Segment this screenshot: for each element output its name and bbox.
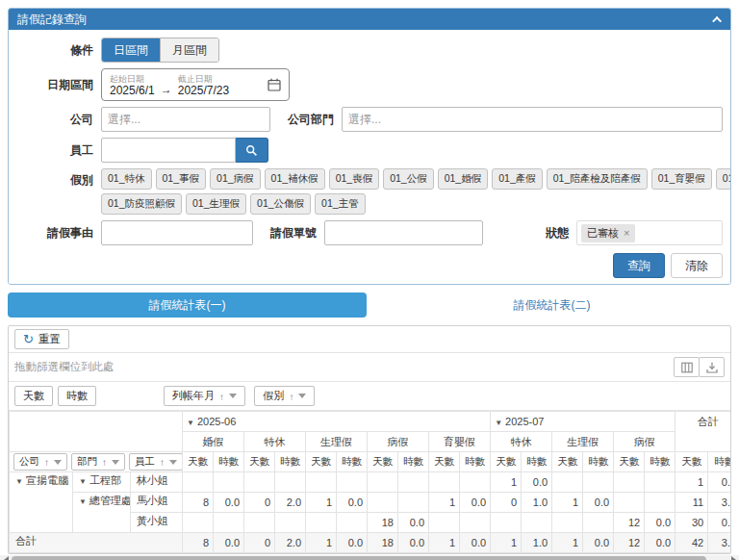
collapse-row-icon[interactable]: [15, 474, 26, 486]
leave-type-button[interactable]: 01_產檢假: [716, 168, 731, 190]
sort-asc-icon[interactable]: [160, 456, 165, 468]
sort-asc-icon[interactable]: [219, 391, 224, 402]
measure-header: 時數: [522, 452, 552, 472]
query-panel-header[interactable]: 請假記錄查詢: [9, 9, 730, 30]
remove-tag-icon[interactable]: ×: [624, 228, 629, 239]
interval-month-button[interactable]: 月區間: [160, 38, 218, 62]
interval-day-button[interactable]: 日區間: [102, 38, 160, 62]
clear-button[interactable]: 清除: [671, 253, 723, 278]
leave-type-button[interactable]: 01_婚假: [438, 168, 489, 190]
sort-asc-icon[interactable]: [44, 456, 49, 468]
department-name: 工程部: [89, 474, 121, 486]
leave-type-button[interactable]: 01_防疫照顧假: [101, 193, 182, 215]
pivot-cell: [583, 472, 614, 493]
pivot-cell: [306, 472, 337, 493]
measure-header: 時數: [214, 452, 244, 472]
scroll-right-arrow-icon[interactable]: [727, 555, 739, 560]
sort-asc-icon[interactable]: [289, 391, 293, 402]
pivot-cell: 1: [491, 472, 522, 493]
leave-type-button[interactable]: 01_育嬰假: [651, 168, 712, 190]
collapse-chevron-icon[interactable]: [712, 15, 722, 25]
condition-label: 條件: [16, 42, 93, 59]
leave-type-button[interactable]: 01_產假: [492, 168, 543, 190]
pivot-cell: 12: [614, 513, 645, 533]
query-panel-body: 條件 日區間 月區間 日期區間 起始日期 2025/6/1 → 截止日期 20: [9, 30, 730, 284]
row-field-chip-employee[interactable]: 員工: [129, 453, 183, 471]
filter-icon[interactable]: [298, 394, 306, 398]
horizontal-scrollbar[interactable]: [0, 555, 739, 560]
tab-statistics-1[interactable]: 請假統計表(一): [8, 293, 367, 318]
date-range-picker[interactable]: 起始日期 2025/6/1 → 截止日期 2025/7/23: [101, 68, 290, 101]
export-button[interactable]: [699, 357, 725, 377]
tab-statistics-2[interactable]: 請假統計表(二): [372, 293, 731, 318]
filter-icon[interactable]: [169, 460, 177, 465]
query-button[interactable]: 查詢: [613, 253, 665, 278]
scroll-left-arrow-icon[interactable]: [0, 555, 12, 560]
leave-type-button[interactable]: 01_喪假: [329, 168, 380, 190]
leave-type-button[interactable]: 01_公傷假: [250, 193, 311, 215]
row-field-chip-department[interactable]: 部門: [71, 453, 125, 471]
company-select[interactable]: [101, 107, 270, 132]
column-group-header[interactable]: 2025-06: [183, 412, 491, 432]
scrollbar-thumb[interactable]: [12, 556, 706, 560]
leave-type-button[interactable]: 01_生理假: [186, 193, 246, 215]
leave-type-button[interactable]: 01_事假: [156, 168, 207, 190]
pivot-grid-panel: 重置 拖動篩選欄位到此處 天數: [8, 325, 731, 554]
column-field-label: 列帳年月: [172, 389, 215, 403]
data-field-chip-days[interactable]: 天數: [14, 386, 53, 406]
leave-type-button[interactable]: 01_主管: [315, 193, 366, 215]
pivot-total-cell: 1: [491, 533, 522, 553]
calendar-icon[interactable]: [268, 78, 281, 91]
end-date-value[interactable]: 2025/7/23: [178, 85, 229, 97]
column-field-chip-yearmonth[interactable]: 列帳年月: [164, 386, 245, 406]
column-group-header[interactable]: 2025-07: [491, 412, 675, 432]
pivot-table-scroll-area[interactable]: 2025-06 2025-07 合計 婚假 特休 生理假 病假 育嬰假 特休 生…: [9, 411, 730, 553]
column-field-chip-leavetype[interactable]: 假別: [254, 386, 315, 406]
leave-type-button[interactable]: 01_陪產檢及陪產假: [547, 168, 648, 190]
leave-type-header: 病假: [614, 432, 675, 452]
measure-header: 天數: [244, 452, 275, 472]
leave-type-button[interactable]: 01_特休: [101, 168, 152, 190]
employee-search-button[interactable]: [236, 138, 268, 163]
table-row: 總管理處 馬小姐 8 0.0 0 2.0 1 0.0 1 0.0 0 1.0: [10, 493, 731, 513]
leave-type-button[interactable]: 01_病假: [210, 168, 261, 190]
collapse-row-icon[interactable]: [79, 495, 89, 506]
filter-fields-area[interactable]: 拖動篩選欄位到此處: [9, 353, 730, 382]
leave-type-header: 生理假: [306, 432, 368, 452]
pivot-cell: [583, 513, 614, 533]
department-cell[interactable]: 工程部: [73, 472, 131, 493]
form-no-input[interactable]: [324, 220, 483, 245]
leave-type-button[interactable]: 01_補休假: [265, 168, 325, 190]
company-cell[interactable]: 宣揚電腦: [10, 472, 73, 533]
status-label: 狀態: [546, 225, 569, 242]
interval-toggle-group: 日區間 月區間: [101, 38, 219, 63]
pivot-total-cell: 0.0: [214, 533, 244, 553]
pivot-cell: [183, 513, 214, 533]
collapse-row-icon[interactable]: [79, 474, 89, 486]
reason-input[interactable]: [101, 220, 253, 245]
end-date-field[interactable]: 截止日期 2025/7/23: [178, 75, 229, 97]
field-chooser-button[interactable]: [674, 357, 700, 377]
status-tag[interactable]: 已審核 ×: [581, 224, 635, 242]
data-field-chip-hours[interactable]: 時數: [58, 386, 96, 406]
collapse-group-icon[interactable]: [187, 416, 197, 427]
start-date-value[interactable]: 2025/6/1: [110, 85, 155, 97]
status-select[interactable]: 已審核 ×: [576, 220, 723, 245]
pivot-cell: [275, 513, 306, 533]
filter-icon[interactable]: [54, 460, 62, 465]
department-select[interactable]: [342, 107, 723, 132]
start-date-field[interactable]: 起始日期 2025/6/1: [110, 75, 155, 97]
collapse-group-icon[interactable]: [495, 416, 505, 427]
pivot-cell: [460, 472, 491, 493]
scrollbar-track[interactable]: [12, 556, 727, 560]
leave-type-button[interactable]: 01_公假: [383, 168, 434, 190]
filter-icon[interactable]: [229, 394, 237, 398]
filter-icon[interactable]: [112, 460, 119, 465]
pivot-cell: [214, 513, 244, 533]
reset-button[interactable]: 重置: [14, 329, 69, 349]
row-field-chip-company[interactable]: 公司: [13, 453, 67, 471]
employee-input[interactable]: [101, 138, 236, 163]
sort-asc-icon[interactable]: [102, 456, 107, 468]
department-cell[interactable]: 總管理處: [73, 493, 131, 533]
pivot-corner: [10, 412, 183, 452]
